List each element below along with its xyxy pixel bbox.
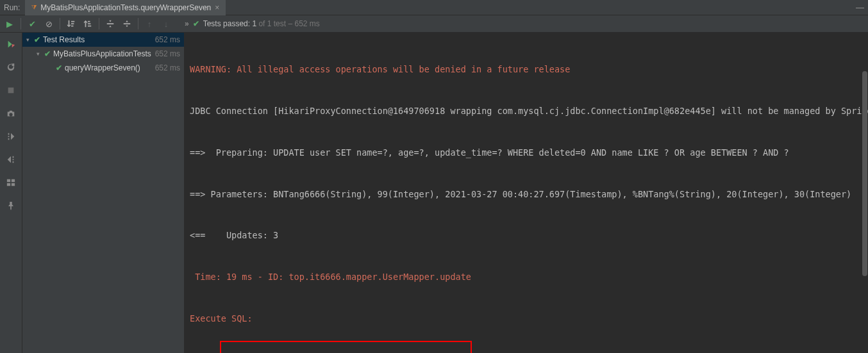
sort-alpha-button[interactable] bbox=[64, 17, 78, 31]
console-line: Execute SQL: bbox=[190, 312, 863, 326]
export-icon bbox=[6, 155, 15, 164]
layout-button[interactable] bbox=[3, 175, 19, 190]
separator bbox=[60, 18, 60, 29]
toggle-auto-test-icon bbox=[6, 63, 15, 72]
stop-button[interactable] bbox=[3, 83, 19, 98]
console-output[interactable]: WARNING: All illegal access operations w… bbox=[185, 33, 868, 353]
pin-button[interactable] bbox=[3, 198, 19, 213]
chevron-down-icon: ▾ bbox=[26, 37, 33, 43]
sql-highlight-box: UPDATE user SET name='BNTang6666', age=9… bbox=[220, 341, 472, 353]
expand-all-icon bbox=[106, 19, 115, 28]
sort-up-icon bbox=[83, 19, 92, 28]
pin-icon bbox=[6, 201, 15, 210]
run-main-area: ▾ ✔ Test Results 652 ms ▾ ✔ MyBatisPlusA… bbox=[0, 33, 868, 353]
tree-method-time: 652 ms bbox=[151, 63, 180, 72]
toggle-auto-test-button[interactable] bbox=[3, 60, 19, 75]
camera-icon bbox=[6, 109, 15, 118]
close-tab-button[interactable]: × bbox=[215, 3, 219, 12]
collapse-all-button[interactable] bbox=[120, 17, 134, 31]
check-icon: ✔ bbox=[44, 49, 51, 58]
console-line: ==> Parameters: BNTang6666(String), 99(I… bbox=[190, 188, 863, 202]
tests-passed-suffix: of 1 test – 652 ms bbox=[256, 19, 320, 28]
console-line: <== Updates: 3 bbox=[190, 229, 863, 243]
test-tree: ▾ ✔ Test Results 652 ms ▾ ✔ MyBatisPlusA… bbox=[22, 33, 185, 353]
dump-threads-button[interactable] bbox=[3, 106, 19, 121]
run-tabs-bar: Run: ⧩ MyBatisPlusApplicationTests.query… bbox=[0, 0, 868, 15]
separator bbox=[138, 18, 138, 29]
rerun-button[interactable]: ▶ bbox=[3, 17, 17, 31]
hide-panel-button[interactable]: — bbox=[856, 3, 864, 12]
console-line: JDBC Connection [HikariProxyConnection@1… bbox=[190, 104, 863, 119]
tests-passed-label: Tests passed: bbox=[203, 19, 253, 28]
run-toolbar: ▶ ✔ ⊘ ↑ ↓ » ✔ Tests passed: 1 of 1 test … bbox=[0, 15, 868, 33]
export-tests-button[interactable] bbox=[3, 152, 19, 167]
scroll-thumb[interactable] bbox=[862, 71, 867, 276]
sort-duration-button[interactable] bbox=[81, 17, 95, 31]
tree-method-label: queryWrapperSeven() bbox=[65, 63, 151, 72]
svg-rect-4 bbox=[12, 183, 15, 186]
rerun-failed-button[interactable] bbox=[3, 37, 19, 52]
tree-class[interactable]: ▾ ✔ MyBatisPlusApplicationTests 652 ms bbox=[22, 47, 184, 61]
tree-root-time: 652 ms bbox=[151, 35, 180, 44]
import-icon bbox=[6, 132, 15, 141]
console-line: ==> Preparing: UPDATE user SET name=?, a… bbox=[190, 146, 863, 160]
test-summary: » ✔ Tests passed: 1 of 1 test – 652 ms bbox=[185, 19, 320, 28]
svg-rect-0 bbox=[8, 88, 14, 94]
run-label: Run: bbox=[4, 3, 20, 12]
prev-failed-button[interactable]: ↑ bbox=[142, 17, 156, 31]
console-line: WARNING: All illegal access operations w… bbox=[190, 63, 863, 77]
separator bbox=[21, 18, 21, 29]
import-tests-button[interactable] bbox=[3, 129, 19, 144]
svg-rect-2 bbox=[12, 179, 15, 182]
layout-icon bbox=[6, 178, 15, 187]
check-icon: ✔ bbox=[34, 35, 40, 44]
run-config-tab[interactable]: ⧩ MyBatisPlusApplicationTests.queryWrapp… bbox=[25, 0, 226, 15]
svg-rect-3 bbox=[7, 183, 10, 186]
tree-root-label: Test Results bbox=[43, 35, 151, 44]
run-config-tab-title: MyBatisPlusApplicationTests.queryWrapper… bbox=[40, 3, 211, 12]
collapse-all-icon bbox=[122, 19, 131, 28]
stop-icon bbox=[6, 86, 15, 95]
expand-all-button[interactable] bbox=[103, 17, 117, 31]
sort-down-icon bbox=[67, 19, 76, 28]
test-config-icon: ⧩ bbox=[31, 4, 37, 12]
tree-class-label: MyBatisPlusApplicationTests bbox=[53, 49, 151, 58]
separator bbox=[99, 18, 99, 29]
run-gutter bbox=[0, 33, 22, 353]
chevron-down-icon: ▾ bbox=[37, 51, 43, 57]
console-scrollbar[interactable] bbox=[862, 33, 868, 353]
tree-root[interactable]: ▾ ✔ Test Results 652 ms bbox=[22, 33, 184, 47]
check-icon: ✔ bbox=[56, 63, 62, 72]
show-ignored-toggle[interactable]: ⊘ bbox=[42, 17, 56, 31]
check-icon: ✔ bbox=[193, 19, 199, 28]
svg-rect-1 bbox=[7, 179, 10, 182]
next-failed-button[interactable]: ↓ bbox=[159, 17, 173, 31]
tree-class-time: 652 ms bbox=[151, 49, 180, 58]
console-line: Time: 19 ms - ID: top.it6666.mapper.User… bbox=[190, 270, 863, 284]
rerun-failed-icon bbox=[6, 40, 15, 49]
tree-method[interactable]: ✔ queryWrapperSeven() 652 ms bbox=[22, 61, 184, 75]
show-passed-toggle[interactable]: ✔ bbox=[25, 17, 39, 31]
chevron-right-icon: » bbox=[185, 19, 189, 28]
